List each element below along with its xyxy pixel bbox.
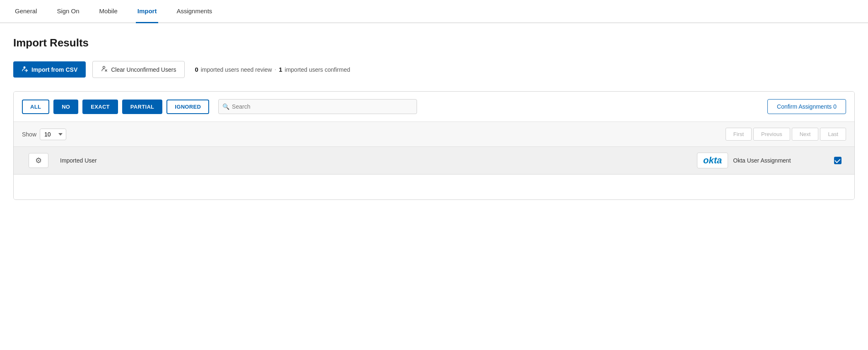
filter-row: ALL NO EXACT PARTIAL IGNORED 🔍 Confirm A…: [14, 92, 854, 122]
page-title: Import Results: [13, 36, 855, 49]
select-all-checkbox-cell: [829, 157, 846, 164]
confirmed-count: 1: [279, 66, 282, 73]
imported-user-column-header: Imported User: [55, 157, 697, 164]
filter-panel: ALL NO EXACT PARTIAL IGNORED 🔍 Confirm A…: [13, 91, 855, 200]
import-btn-label: Import from CSV: [31, 66, 77, 73]
okta-assignment-label: Okta User Assignment: [733, 157, 791, 164]
tab-import[interactable]: Import: [136, 0, 159, 23]
gear-icon: ⚙: [35, 156, 42, 165]
filter-all-button[interactable]: ALL: [22, 100, 49, 114]
stats-dot: ·: [275, 66, 276, 73]
filter-partial-button[interactable]: PARTIAL: [122, 100, 162, 114]
review-count: 0: [195, 66, 198, 73]
review-text: imported users need review: [201, 66, 272, 73]
import-from-csv-button[interactable]: Import from CSV: [13, 61, 86, 78]
gear-column-header: ⚙: [22, 153, 55, 168]
svg-point-0: [24, 66, 26, 68]
main-content: Import Results Import from CSV: [0, 23, 868, 210]
tab-mobile[interactable]: Mobile: [98, 0, 119, 23]
select-all-checkbox[interactable]: [834, 157, 841, 164]
last-page-button[interactable]: Last: [820, 128, 846, 141]
confirmed-text: imported users confirmed: [285, 66, 350, 73]
filter-no-button[interactable]: NO: [53, 100, 78, 114]
pagination: First Previous Next Last: [726, 128, 846, 141]
svg-point-2: [103, 66, 105, 68]
okta-logo: okta: [697, 153, 728, 168]
clear-icon: [101, 66, 108, 73]
tab-general[interactable]: General: [13, 0, 39, 23]
next-page-button[interactable]: Next: [792, 128, 819, 141]
first-page-button[interactable]: First: [726, 128, 752, 141]
show-pagination-row: Show 10 25 50 100 First Previous Next La…: [14, 122, 854, 147]
table-header-row: ⚙ Imported User okta Okta User Assignmen…: [14, 147, 854, 175]
clear-unconfirmed-button[interactable]: Clear Unconfirmed Users: [92, 61, 185, 78]
gear-settings-button[interactable]: ⚙: [29, 153, 48, 168]
search-box: 🔍: [218, 99, 417, 114]
search-input[interactable]: [218, 99, 417, 114]
tabs-bar: General Sign On Mobile Import Assignment…: [0, 0, 868, 23]
previous-page-button[interactable]: Previous: [753, 128, 790, 141]
actions-row: Import from CSV Clear Unconfirmed Users …: [13, 61, 855, 78]
search-icon: 🔍: [222, 103, 229, 110]
import-stats: 0 imported users need review · 1 importe…: [195, 66, 350, 73]
tab-sign-on[interactable]: Sign On: [55, 0, 81, 23]
okta-assignment-column-header: okta Okta User Assignment: [697, 153, 829, 168]
confirm-assignments-button[interactable]: Confirm Assignments 0: [767, 99, 846, 114]
show-label: Show 10 25 50 100: [22, 129, 66, 140]
empty-table-body: [14, 175, 854, 199]
clear-btn-label: Clear Unconfirmed Users: [111, 66, 176, 73]
filter-ignored-button[interactable]: IGNORED: [166, 100, 209, 114]
import-icon: [22, 66, 28, 73]
tab-assignments[interactable]: Assignments: [175, 0, 214, 23]
filter-exact-button[interactable]: EXACT: [82, 100, 118, 114]
show-select[interactable]: 10 25 50 100: [40, 129, 66, 140]
